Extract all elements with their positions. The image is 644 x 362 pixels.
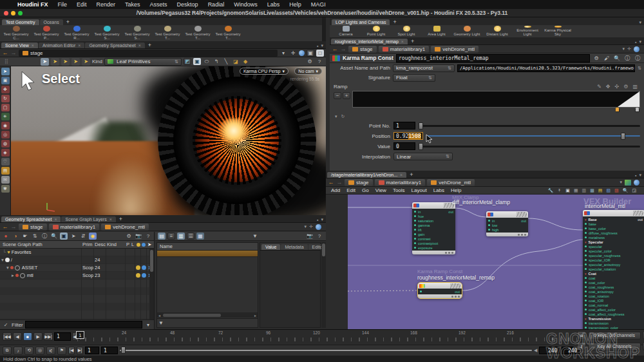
- path-back-icon[interactable]: ←: [2, 224, 8, 230]
- stop-button[interactable]: ■: [23, 332, 32, 341]
- shelf-tool[interactable]: Test Geometry T...: [153, 26, 182, 41]
- range-slider[interactable]: [120, 350, 532, 351]
- menu-labs[interactable]: Labs: [267, 1, 280, 8]
- select-motion-icon[interactable]: ➤: [82, 58, 90, 66]
- view-split-icon[interactable]: ▥: [177, 233, 185, 240]
- crumb-materiallibrary1[interactable]: materiallibrary1: [375, 179, 426, 186]
- net-snapshot-icon[interactable]: ▩: [590, 188, 594, 193]
- net-color-icon[interactable]: ▨: [614, 188, 619, 193]
- selected-name-row[interactable]: [157, 251, 258, 257]
- set-key-icon[interactable]: ⚷: [577, 342, 586, 350]
- net-menu-tools[interactable]: Tools: [393, 187, 405, 193]
- shelf-tool-point-light[interactable]: Point Light: [361, 26, 391, 37]
- snap-point-icon[interactable]: ◍: [1, 140, 10, 148]
- net-menu-layout[interactable]: Layout: [412, 187, 427, 193]
- path-dropdown-icon[interactable]: ▾: [620, 180, 622, 185]
- key-all-channels-button[interactable]: Key All Channels: [588, 343, 641, 350]
- crumb-vehdrone-mtl[interactable]: vehDrone_mtl: [101, 224, 149, 231]
- brush-select-icon[interactable]: ↰: [213, 58, 220, 65]
- link-pane-icon[interactable]: [299, 50, 305, 56]
- display-badge[interactable]: [136, 265, 140, 270]
- realtime-icon[interactable]: ◎: [35, 347, 44, 355]
- loop-icon[interactable]: ⟲: [24, 347, 33, 355]
- net-pin-icon[interactable]: 🖈: [557, 188, 562, 193]
- net-menu-add[interactable]: Add: [331, 187, 340, 193]
- expand-all-icon[interactable]: ◑: [12, 233, 19, 240]
- select-objects-icon[interactable]: ➤: [51, 58, 59, 66]
- range-start-nav-icon[interactable]: |◀: [68, 347, 75, 355]
- tree-row-asset[interactable]: ▾ASSET Scop 24 ➤: [0, 264, 149, 272]
- laser-select-icon[interactable]: ╲: [222, 58, 230, 65]
- tab-scene-view[interactable]: Scene View×: [1, 43, 38, 48]
- add-pane-tab-button[interactable]: +: [117, 216, 125, 222]
- view-list-icon[interactable]: ☰: [187, 233, 194, 240]
- net-menu-view[interactable]: View: [375, 187, 386, 193]
- shelf-tool-environment-light[interactable]: Environment Light: [513, 26, 542, 37]
- shelf-tool[interactable]: Test Geometry C...: [1, 26, 31, 41]
- render-badge[interactable]: [142, 265, 146, 270]
- brush-icon[interactable]: 🖌: [603, 55, 611, 62]
- crumb-stage[interactable]: stage: [19, 224, 47, 231]
- gear-icon[interactable]: ⚙: [125, 233, 133, 240]
- filter-input[interactable]: [25, 321, 142, 329]
- view-columns-icon[interactable]: ▦: [196, 233, 204, 240]
- tab-value[interactable]: Value: [261, 244, 280, 250]
- help-icon[interactable]: ?: [144, 233, 152, 240]
- renderer-pill[interactable]: Karma CPU Persp▾: [240, 68, 289, 75]
- interpolation-dropdown[interactable]: Linear⇅: [393, 153, 453, 160]
- display-options-icon[interactable]: □: [316, 50, 324, 57]
- follow-selection-icon[interactable]: ▣: [60, 233, 68, 240]
- asset-dropdown[interactable]: kma_rampconst⇅: [393, 64, 455, 72]
- expand-caret[interactable]: ▸: [0, 272, 14, 278]
- shelf-add-tab-button[interactable]: +: [390, 19, 399, 25]
- ramp-remove-point-button[interactable]: −: [334, 92, 341, 99]
- crumb-materiallibrary1[interactable]: materiallibrary1: [379, 46, 430, 53]
- gear-icon[interactable]: ⚙: [592, 55, 600, 62]
- shelf-tool[interactable]: Test Geometry P...: [32, 26, 61, 41]
- snapshot-viewer-icon[interactable]: ✉: [1, 176, 10, 184]
- magnifier-icon[interactable]: 🔍: [613, 55, 621, 62]
- link-pane-icon[interactable]: [634, 180, 639, 186]
- name-hscrollbar[interactable]: ◂▸: [157, 312, 258, 318]
- net-grid-icon[interactable]: ▦: [574, 188, 578, 193]
- shelf-tab-test-geometry[interactable]: Test Geometry: [2, 19, 39, 25]
- menu-file[interactable]: File: [58, 1, 68, 8]
- node-colorcorrect[interactable]: inout hue saturation gamma lift gain con…: [412, 202, 455, 254]
- render-badge[interactable]: [142, 273, 146, 278]
- shelf-tool[interactable]: Test Geometry S...: [92, 26, 122, 41]
- viewport-render[interactable]: Select Karma CPU Persp▾ No cam▾ renderin…: [11, 66, 326, 215]
- menu-radial[interactable]: Radial: [208, 1, 225, 8]
- help-icon[interactable]: ⓘ: [634, 55, 641, 62]
- play-reverse-button[interactable]: ◀: [13, 332, 22, 341]
- menu-render[interactable]: Render: [97, 1, 116, 8]
- col-desc[interactable]: Desc: [95, 242, 106, 247]
- ramp-cycle-icon[interactable]: ↻: [341, 114, 345, 119]
- net-notes-icon[interactable]: ▤: [598, 188, 603, 193]
- menu-assets[interactable]: Assets: [150, 1, 167, 8]
- shelf-tool-geometry-light[interactable]: Geometry Light: [452, 26, 482, 37]
- playhead-marker[interactable]: 1: [76, 331, 84, 339]
- pose-tool-icon[interactable]: ✳: [1, 113, 10, 120]
- net-columns-icon[interactable]: ▥: [582, 188, 587, 193]
- net-menu-edit[interactable]: Edit: [346, 187, 355, 193]
- flipbook-icon[interactable]: ▤: [1, 167, 10, 175]
- tree-vscrollbar[interactable]: [149, 249, 154, 319]
- add-pane-tab-button[interactable]: +: [407, 171, 415, 178]
- filter-check-icon[interactable]: ✓: [2, 321, 10, 329]
- help-icon[interactable]: ?: [316, 233, 323, 240]
- range-start2-field[interactable]: 1: [101, 347, 118, 354]
- app-menu[interactable]: Houdini FX: [17, 1, 48, 8]
- col-l[interactable]: L: [131, 242, 134, 247]
- scale-tool-icon[interactable]: ▢: [1, 104, 10, 111]
- tab-geometry-spreadsheet[interactable]: Geometry Spreadsheet×: [85, 43, 144, 48]
- filter-dropdown-icon[interactable]: ▾: [144, 321, 152, 329]
- ramp-collapse-icon[interactable]: ▾: [335, 114, 337, 119]
- range-end-field[interactable]: 240: [539, 347, 560, 354]
- shelf-tool-karma-sky[interactable]: Karma Physical Sky: [543, 26, 573, 37]
- tree-row-mtl[interactable]: ▸mtl Scop 23 ➤: [0, 272, 149, 280]
- node-name-field[interactable]: roughness_interiorMetal_remap: [396, 54, 590, 62]
- path-back-icon[interactable]: ←: [332, 46, 338, 52]
- menu-help[interactable]: Help: [289, 1, 301, 8]
- select-by-material-icon[interactable]: ◩: [184, 58, 191, 65]
- lasso-select-icon[interactable]: ⬭: [203, 58, 211, 65]
